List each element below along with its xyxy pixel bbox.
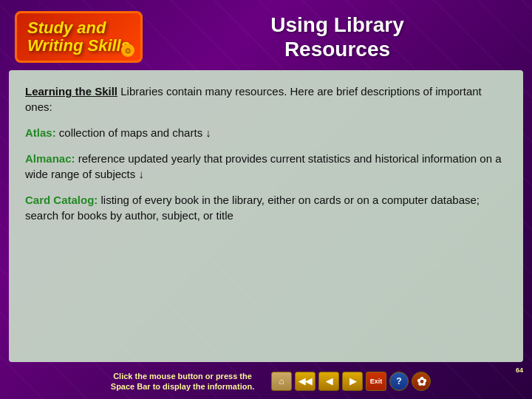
logo-box: Study and Writing Skills ⊙ bbox=[15, 11, 143, 63]
home-button[interactable]: ⌂ bbox=[271, 372, 292, 391]
card-catalog-entry: Card Catalog: listing of every book in t… bbox=[25, 192, 507, 223]
help-button[interactable]: ? bbox=[389, 372, 409, 391]
atlas-label: Atlas: bbox=[25, 126, 56, 139]
header: Study and Writing Skills ⊙ Using Library… bbox=[0, 0, 532, 70]
footer-instruction: Click the mouse button or press the Spac… bbox=[101, 371, 264, 392]
rewind-button[interactable]: ◀◀ bbox=[295, 372, 316, 391]
logo-icon: ⊙ bbox=[121, 44, 134, 57]
nav-buttons: ⌂ ◀◀ ◀ ▶ Exit ? ✿ bbox=[271, 372, 431, 391]
intro-label: Learning the Skill bbox=[25, 85, 117, 98]
content-area: Learning the Skill Libraries contain man… bbox=[9, 70, 523, 362]
forward-button[interactable]: ▶ bbox=[342, 372, 363, 391]
back-button[interactable]: ◀ bbox=[318, 372, 339, 391]
page-number: 64 bbox=[516, 366, 523, 374]
almanac-entry: Almanac: reference updated yearly that p… bbox=[25, 151, 507, 182]
slide-title: Using Library Resources bbox=[157, 13, 517, 62]
special-button[interactable]: ✿ bbox=[412, 372, 431, 391]
atlas-text: collection of maps and charts ↓ bbox=[59, 126, 211, 139]
almanac-text: reference updated yearly that provides c… bbox=[25, 152, 502, 180]
logo-line1: Study and bbox=[27, 19, 130, 37]
title-area: Using Library Resources bbox=[157, 13, 517, 62]
slide: Study and Writing Skills ⊙ Using Library… bbox=[0, 0, 532, 399]
card-catalog-label: Card Catalog: bbox=[25, 194, 98, 206]
almanac-label: Almanac: bbox=[25, 152, 75, 165]
intro-paragraph: Learning the Skill Libraries contain man… bbox=[25, 83, 507, 115]
footer: Click the mouse button or press the Spac… bbox=[0, 364, 532, 399]
logo-line2: Writing Skills bbox=[27, 37, 130, 55]
atlas-entry: Atlas: collection of maps and charts ↓ bbox=[25, 125, 507, 140]
exit-button[interactable]: Exit bbox=[366, 372, 386, 391]
